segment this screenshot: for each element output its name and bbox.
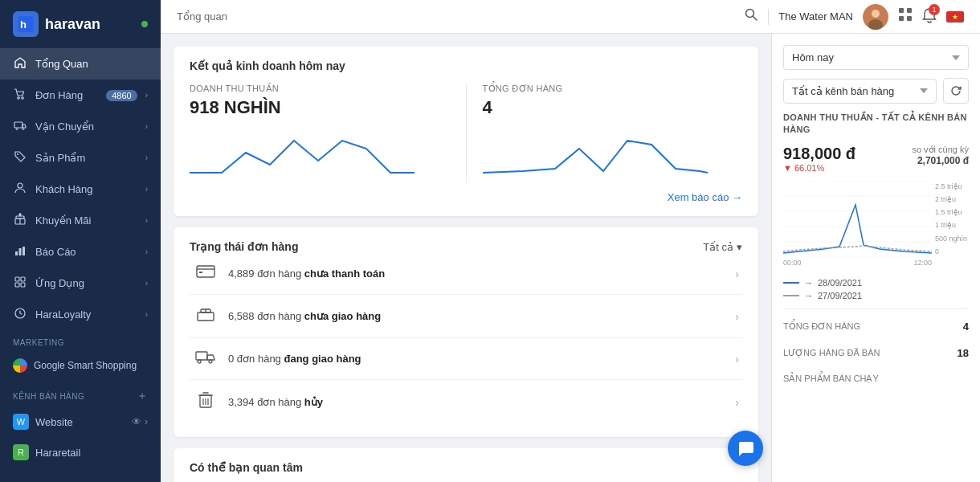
notification-button[interactable]: 1 [922, 7, 937, 26]
chevron-right-icon: › [735, 310, 739, 323]
order-row-cancelled[interactable]: 3,394 đơn hàng hủy › [190, 380, 742, 424]
revenue-chart [190, 125, 450, 183]
svg-rect-12 [15, 251, 18, 255]
refresh-button[interactable] [943, 78, 969, 104]
chart-icon [13, 244, 27, 259]
legend-yesterday-arrow: → [804, 291, 813, 300]
chevron-icon: › [145, 279, 148, 288]
svg-point-23 [872, 10, 880, 18]
order-row-unshipped[interactable]: 6,588 đơn hàng chưa giao hàng › [190, 295, 742, 338]
sidebar-item-label: Khách Hàng [35, 183, 137, 195]
rp-revenue-row: 918,000 đ ▼ 66.01% so với cùng kỳ 2,701,… [783, 145, 969, 173]
legend-today: → 28/09/2021 [783, 278, 969, 288]
filter-label: Tất cả [703, 241, 733, 253]
svg-rect-16 [21, 277, 25, 281]
order-row-text: 6,588 đơn hàng chưa giao hàng [228, 310, 735, 322]
svg-point-3 [22, 97, 23, 99]
svg-point-7 [17, 153, 18, 155]
sidebar-item-hararetail[interactable]: R Hararetail [0, 437, 161, 468]
order-filter-dropdown[interactable]: Tất cả ▾ [703, 241, 742, 253]
svg-rect-31 [199, 272, 202, 273]
order-label-text: đơn hàng [257, 268, 304, 280]
tag-icon [13, 150, 27, 165]
loyalty-icon [13, 307, 27, 322]
chart-y-labels: 2.5 triệu 2 triệu 1.5 triệu 1 triệu 500 … [935, 181, 967, 257]
rp-mini-chart: 2.5 triệu 2 triệu 1.5 triệu 1 triệu 500 … [783, 181, 969, 267]
channel-filter-select[interactable]: Tất cả kênh bán hàng [783, 79, 937, 104]
chevron-right-icon: › [735, 268, 739, 280]
sidebar-item-label: Vận Chuyển [35, 120, 137, 133]
order-count: 6,588 [228, 310, 255, 322]
sidebar-item-label: Sản Phẩm [35, 152, 137, 164]
rp-legend: → 28/09/2021 → 27/09/2021 [783, 278, 969, 300]
order-status-card: Trạng thái đơn hàng Tất cả ▾ [174, 227, 758, 437]
order-row-unpaid[interactable]: 4,889 đơn hàng chưa thanh toán › [190, 253, 742, 295]
home-icon [13, 56, 27, 71]
sidebar-item-google-smart[interactable]: Google Smart Shopping [0, 350, 161, 381]
svg-rect-13 [19, 248, 22, 255]
header-actions: The Water MAN [744, 4, 964, 30]
apps-grid-button[interactable] [898, 7, 913, 26]
rp-compare-block: so với cùng kỳ 2,701,000 đ [912, 145, 969, 166]
arrow-down-icon: ▼ [783, 163, 792, 173]
header-divider [768, 9, 769, 25]
delivery-truck-icon [193, 349, 218, 368]
sidebar-item-khuyen-mai[interactable]: Khuyến Mãi › [0, 205, 161, 236]
revenue-label: DOANH THU THUẦN [190, 84, 450, 94]
sidebar-item-haraloyalty[interactable]: HaraLoyalty › [0, 299, 161, 330]
interest-card: Có thể bạn quan tâm THÔNG BÁO [174, 448, 758, 482]
kenhbanhang-header: KÊNH BÁN HÀNG ＋ [0, 381, 161, 406]
order-label: TỔNG ĐƠN HÀNG [483, 84, 743, 94]
date-filter-select[interactable]: Hôm nay [783, 45, 969, 70]
svg-rect-29 [197, 266, 214, 277]
truck-icon [13, 119, 27, 134]
sidebar-item-label: Báo Cáo [35, 246, 137, 258]
svg-rect-26 [907, 8, 912, 13]
svg-rect-10 [16, 216, 24, 219]
sidebar-item-label: Khuyến Mãi [35, 214, 137, 227]
order-status-header: Trạng thái đơn hàng Tất cả ▾ [190, 240, 742, 253]
sidebar-item-don-hang[interactable]: Đơn Hàng 4860 › [0, 80, 161, 111]
order-row-shipping[interactable]: 0 đơn hàng đang giao hàng › [190, 338, 742, 380]
rp-stat-total-orders: TỔNG ĐƠN HÀNG 4 [783, 317, 969, 336]
order-chart [483, 125, 743, 183]
business-card-title: Kết quả kinh doanh hôm nay [190, 59, 742, 72]
business-result-card: Kết quả kinh doanh hôm nay DOANH THU THU… [174, 47, 758, 216]
order-row-text: 3,394 đơn hàng hủy [228, 396, 735, 408]
sidebar: h haravan Tổng Quan Đơn Hàn [0, 0, 161, 482]
order-count: 0 [228, 353, 234, 365]
google-icon [13, 358, 27, 373]
logo-icon: h [13, 11, 39, 37]
sidebar-item-ung-dung[interactable]: Ứng Dụng › [0, 268, 161, 299]
flag-star: ★ [952, 13, 958, 21]
svg-point-37 [209, 360, 212, 363]
svg-line-21 [753, 17, 757, 21]
order-count: 4,889 [228, 268, 255, 280]
sidebar-item-website[interactable]: W Website 👁 › [0, 406, 161, 437]
svg-rect-4 [14, 122, 22, 128]
sidebar-item-bao-cao[interactable]: Báo Cáo › [0, 236, 161, 268]
eye-icon[interactable]: 👁 [132, 416, 141, 427]
sidebar-item-san-pham[interactable]: Sản Phẩm › [0, 142, 161, 174]
sidebar-item-van-chuyen[interactable]: Vận Chuyển › [0, 111, 161, 142]
sidebar-item-khach-hang[interactable]: Khách Hàng › [0, 174, 161, 205]
add-channel-button[interactable]: ＋ [137, 389, 148, 403]
svg-rect-15 [15, 277, 19, 281]
legend-today-line [783, 282, 799, 284]
view-report-link[interactable]: Xem báo cáo → [190, 191, 742, 203]
order-label-text: đơn hàng [237, 353, 284, 365]
order-label-text: đơn hàng [257, 310, 304, 322]
svg-rect-35 [196, 352, 207, 360]
username-label: The Water MAN [778, 10, 853, 22]
svg-rect-18 [21, 283, 25, 287]
avatar [863, 4, 888, 30]
svg-point-5 [16, 129, 18, 130]
metrics-row: DOANH THU THUẦN 918 NGHÌN TỔNG ĐƠN HÀNG … [190, 84, 742, 183]
search-button[interactable] [744, 7, 758, 26]
gift-icon [13, 213, 27, 228]
breadcrumb: Tổng quan [177, 10, 744, 22]
sidebar-item-tong-quan[interactable]: Tổng Quan [0, 48, 161, 80]
chat-button[interactable] [728, 431, 763, 466]
language-flag[interactable]: ★ [946, 11, 964, 22]
order-label-text: đơn hàng [257, 396, 304, 408]
